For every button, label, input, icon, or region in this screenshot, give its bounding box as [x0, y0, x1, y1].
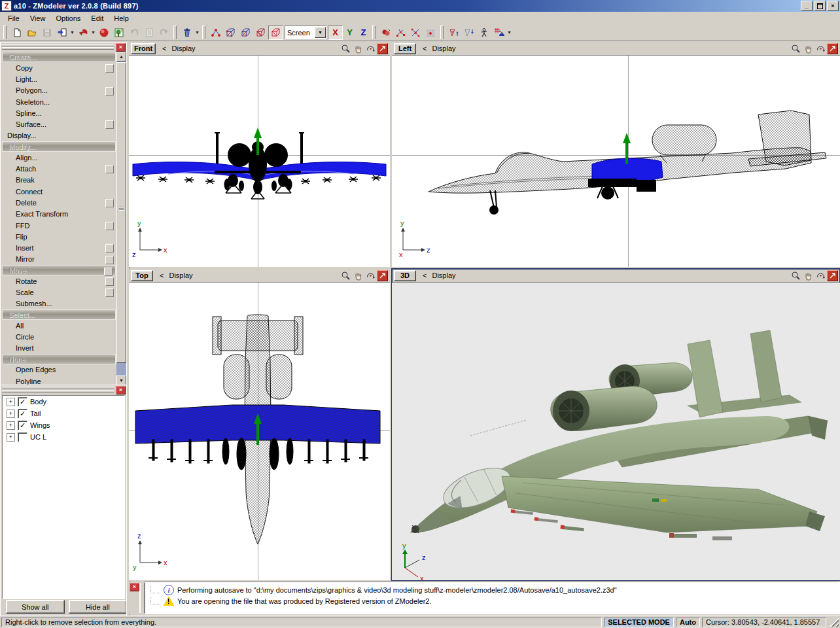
- tree-node-uc-l[interactable]: + UC L: [3, 431, 124, 443]
- left-viewport-canvas[interactable]: y z x: [392, 56, 840, 267]
- log-close-button[interactable]: ×: [130, 583, 139, 591]
- menu-item-submesh[interactable]: Submesh...: [1, 298, 116, 309]
- maximize-viewport-button[interactable]: [827, 43, 838, 54]
- break-vertex-button[interactable]: [408, 26, 423, 40]
- save-file-button[interactable]: [39, 26, 54, 40]
- import-dropdown-arrow[interactable]: ▼: [69, 26, 75, 40]
- front-view-label-button[interactable]: Front: [131, 43, 156, 54]
- new-file-button[interactable]: [9, 26, 24, 40]
- front-viewport-canvas[interactable]: y x z: [129, 56, 390, 267]
- collapse-arrow-icon[interactable]: <: [160, 271, 164, 279]
- commands-scrollbar[interactable]: ▲ ▼: [116, 52, 126, 385]
- menu-item-polyline[interactable]: Polyline: [1, 375, 116, 385]
- top-display-menu[interactable]: < Display: [156, 271, 193, 279]
- menu-item-copy[interactable]: Copy: [1, 62, 116, 73]
- misc-tools-button[interactable]: [491, 26, 506, 40]
- option-box[interactable]: [105, 288, 114, 297]
- option-box[interactable]: [105, 87, 114, 96]
- top-viewport-canvas[interactable]: z x y: [129, 283, 390, 580]
- 3d-view-label-button[interactable]: 3D: [394, 270, 416, 281]
- option-box[interactable]: [105, 244, 114, 253]
- scroll-up-button[interactable]: ▲: [116, 52, 126, 61]
- orbit-tool-button[interactable]: [814, 43, 826, 54]
- zoom-tool-button[interactable]: [340, 270, 351, 281]
- orbit-tool-button[interactable]: [364, 270, 376, 281]
- detach-up-button[interactable]: [446, 26, 461, 40]
- menu-item-light[interactable]: Light...: [1, 73, 116, 84]
- delete-dropdown-arrow[interactable]: ▼: [194, 26, 200, 40]
- restore-button[interactable]: [814, 1, 826, 11]
- screen-space-combobox[interactable]: Screen ▼: [285, 26, 326, 39]
- history-log-button[interactable]: [141, 26, 156, 40]
- front-display-menu[interactable]: < Display: [158, 44, 196, 52]
- expander-icon[interactable]: +: [7, 421, 15, 430]
- detach-down-button[interactable]: [461, 26, 476, 40]
- pan-tool-button[interactable]: [802, 43, 814, 54]
- pan-tool-button[interactable]: [352, 43, 364, 54]
- menu-item-move[interactable]: Move: [2, 265, 116, 275]
- visibility-checkbox[interactable]: [18, 432, 27, 442]
- show-all-button[interactable]: Show all: [6, 600, 65, 614]
- pan-tool-button[interactable]: [802, 270, 814, 281]
- combobox-arrow-icon[interactable]: ▼: [315, 27, 326, 38]
- scene-panel-header[interactable]: ×: [1, 385, 127, 394]
- tree-node-label[interactable]: Tail: [30, 410, 41, 417]
- tree-node-body[interactable]: + ✓ Body: [3, 396, 124, 408]
- menu-item-flip[interactable]: Flip: [1, 231, 116, 242]
- maximize-viewport-button[interactable]: [827, 270, 838, 281]
- hide-all-button[interactable]: Hide all: [69, 600, 128, 614]
- undo-button[interactable]: [126, 26, 141, 40]
- resize-grip[interactable]: [830, 618, 839, 627]
- left-display-menu[interactable]: < Display: [419, 44, 456, 52]
- material-editor-button[interactable]: [96, 26, 111, 40]
- extend-vertex-button[interactable]: [393, 26, 408, 40]
- expander-icon[interactable]: +: [7, 398, 15, 406]
- delete-object-button[interactable]: [179, 26, 194, 40]
- edges-mode-button[interactable]: [223, 26, 238, 40]
- option-box[interactable]: [105, 64, 114, 73]
- menu-item-skeleton[interactable]: Skeleton...: [1, 96, 116, 107]
- status-auto-badge[interactable]: Auto: [676, 618, 700, 627]
- option-box[interactable]: [105, 222, 114, 230]
- commands-panel-close-button[interactable]: ×: [116, 43, 126, 52]
- maximize-viewport-button[interactable]: [377, 270, 388, 281]
- menu-item-polygon[interactable]: Polygon...: [1, 85, 116, 96]
- zoom-tool-button[interactable]: [790, 270, 801, 281]
- menu-file[interactable]: File: [3, 13, 25, 24]
- menu-item-attach[interactable]: Attach: [1, 163, 116, 174]
- redo-button[interactable]: [156, 26, 171, 40]
- option-box[interactable]: [105, 120, 114, 129]
- bones-mode-button[interactable]: [476, 26, 491, 40]
- pan-tool-button[interactable]: [352, 270, 364, 281]
- scroll-thumb[interactable]: [116, 62, 126, 363]
- menu-item-rotate[interactable]: Rotate: [1, 275, 116, 287]
- scene-panel-close-button[interactable]: ×: [116, 386, 126, 394]
- maximize-viewport-button[interactable]: [377, 43, 388, 54]
- visibility-checkbox[interactable]: ✓: [18, 397, 27, 407]
- menu-item-display[interactable]: Display...: [1, 130, 116, 141]
- 3d-display-menu[interactable]: < Display: [419, 271, 456, 279]
- menu-item-connect[interactable]: Connect: [1, 186, 116, 197]
- snap-grid-button[interactable]: [423, 26, 438, 40]
- close-button[interactable]: ×: [827, 1, 839, 11]
- zoom-tool-button[interactable]: [790, 43, 801, 54]
- menu-item-scale[interactable]: Scale: [1, 287, 116, 298]
- tree-node-tail[interactable]: + ✓ Tail: [3, 408, 124, 419]
- menu-item-spline[interactable]: Spline...: [1, 107, 116, 118]
- expander-icon[interactable]: +: [7, 433, 15, 442]
- menu-view[interactable]: View: [25, 13, 51, 24]
- zoom-tool-button[interactable]: [340, 43, 351, 54]
- option-box[interactable]: [105, 199, 114, 207]
- option-box[interactable]: [105, 165, 114, 173]
- objects-mode-button[interactable]: [268, 26, 283, 40]
- open-file-button[interactable]: [24, 26, 39, 40]
- menu-options[interactable]: Options: [50, 13, 86, 24]
- collapse-arrow-icon[interactable]: <: [162, 44, 166, 52]
- menu-item-all[interactable]: All: [1, 320, 116, 331]
- menu-item-break[interactable]: Break: [1, 175, 116, 186]
- orbit-tool-button[interactable]: [364, 43, 376, 54]
- menu-item-surface[interactable]: Surface...: [1, 118, 116, 130]
- menu-item-align[interactable]: Align...: [1, 152, 116, 163]
- scroll-down-button[interactable]: ▼: [116, 375, 126, 385]
- export-dropdown-arrow[interactable]: ▼: [90, 26, 96, 40]
